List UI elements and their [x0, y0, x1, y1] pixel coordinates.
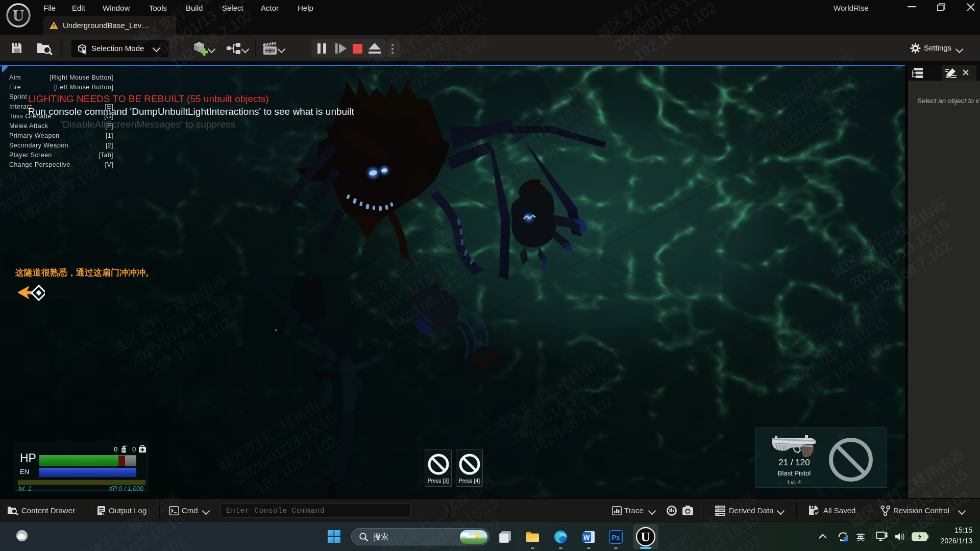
- svg-text:U: U: [12, 6, 24, 24]
- svg-text:Ps: Ps: [612, 534, 620, 541]
- svg-text:W: W: [583, 534, 590, 541]
- svg-text:U: U: [641, 530, 651, 544]
